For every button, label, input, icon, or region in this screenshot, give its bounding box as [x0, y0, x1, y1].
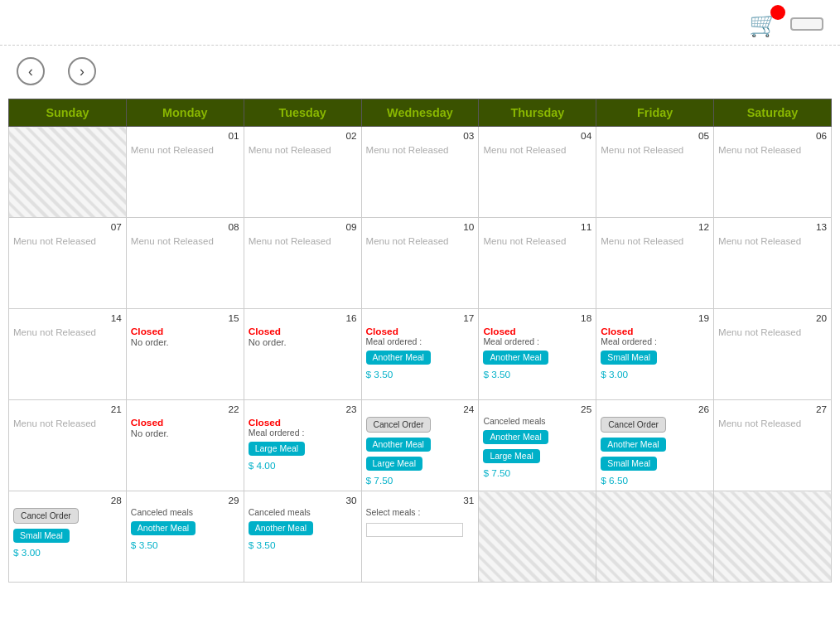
closed-label: Closed [131, 417, 239, 428]
meal-button[interactable]: Large Meal [483, 449, 539, 463]
price-label: $ 3.50 [366, 369, 475, 380]
day-of-week-header: Friday [596, 99, 714, 127]
calendar-row: 28Cancel OrderSmall Meal$ 3.0029Canceled… [9, 491, 832, 583]
day-of-week-header: Saturday [714, 99, 832, 127]
menu-not-released-label: Menu not Released [13, 236, 96, 246]
calendar-cell: 05Menu not Released [596, 127, 714, 218]
calendar-cell: 31Select meals : [361, 491, 479, 583]
closed-label: Closed [366, 326, 475, 337]
calendar-row: 07Menu not Released08Menu not Released09… [9, 218, 832, 309]
day-of-week-header: Wednesday [361, 99, 479, 127]
menu-not-released-label: Menu not Released [13, 418, 96, 428]
day-of-week-header: Tuesday [244, 99, 361, 127]
meal-button-row: Another Meal [131, 520, 239, 537]
price-label: $ 3.50 [131, 539, 239, 551]
calendar-cell: 17ClosedMeal ordered :Another Meal$ 3.50 [361, 309, 479, 400]
calendar-cell: 23ClosedMeal ordered :Large Meal$ 4.00 [244, 400, 361, 491]
cell-content: ClosedMeal ordered :Another Meal$ 3.50 [366, 326, 475, 380]
calendar-cell: 24Cancel OrderAnother MealLarge Meal$ 7.… [361, 400, 479, 491]
price-label: $ 3.00 [13, 547, 122, 559]
calendar-cell: 16ClosedNo order. [244, 309, 361, 400]
cart-badge [770, 5, 785, 20]
day-of-week-header: Thursday [479, 99, 596, 127]
day-number: 22 [131, 404, 239, 415]
calendar-cell: 03Menu not Released [361, 127, 479, 218]
day-number: 15 [131, 312, 239, 324]
menu-not-released-label: Menu not Released [249, 236, 331, 246]
price-label: $ 7.50 [483, 467, 591, 479]
meal-button-row: Another MealLarge Meal [483, 428, 591, 465]
calendar-cell: 18ClosedMeal ordered :Another Meal$ 3.50 [479, 309, 596, 400]
calendar-cell [596, 491, 714, 583]
day-number: 07 [13, 221, 122, 233]
day-number: 09 [249, 221, 357, 233]
menu-not-released-label: Menu not Released [131, 236, 214, 246]
calendar-cell: 26Cancel OrderAnother MealSmall Meal$ 6.… [596, 400, 714, 491]
cell-content: Cancel OrderSmall Meal$ 3.00 [13, 508, 122, 559]
meal-button[interactable]: Small Meal [601, 457, 657, 471]
day-number: 26 [601, 404, 709, 415]
meal-button[interactable]: Another Meal [483, 351, 548, 365]
cell-content: ClosedMeal ordered :Another Meal$ 3.50 [483, 326, 591, 380]
close-button[interactable] [790, 17, 823, 31]
meal-button[interactable]: Another Meal [249, 521, 313, 535]
calendar-cell: 28Cancel OrderSmall Meal$ 3.00 [9, 491, 127, 583]
menu-not-released-label: Menu not Released [249, 145, 331, 155]
calendar-cell: 10Menu not Released [361, 218, 479, 309]
calendar: SundayMondayTuesdayWednesdayThursdayFrid… [8, 99, 832, 583]
cell-content: Menu not Released [131, 235, 239, 247]
meal-button[interactable]: Another Meal [601, 438, 665, 452]
prev-month-button[interactable]: ‹ [17, 57, 45, 85]
calendar-cell: 20Menu not Released [714, 309, 832, 400]
day-number: 18 [483, 312, 591, 324]
price-label: $ 7.50 [366, 475, 475, 486]
cell-content: Menu not Released [483, 235, 591, 247]
closed-label: Closed [601, 326, 709, 337]
cell-content: ClosedNo order. [249, 326, 357, 347]
meal-button[interactable]: Another Meal [366, 351, 431, 365]
calendar-cell: 15ClosedNo order. [126, 309, 244, 400]
day-number: 25 [483, 404, 591, 415]
menu-not-released-label: Menu not Released [366, 145, 449, 155]
cell-content: Menu not Released [249, 143, 357, 156]
cancel-order-button[interactable]: Cancel Order [366, 417, 432, 433]
day-number: 28 [13, 495, 122, 506]
header: 🛒 [0, 0, 840, 46]
price-label: $ 4.00 [249, 460, 357, 472]
calendar-cell: 14Menu not Released [9, 309, 127, 400]
meal-button[interactable]: Another Meal [483, 430, 548, 444]
day-number: 01 [131, 130, 239, 142]
meal-button[interactable]: Small Meal [601, 351, 657, 365]
calendar-row: 21Menu not Released22ClosedNo order.23Cl… [9, 400, 832, 491]
day-number: 02 [249, 130, 357, 142]
no-order-label: No order. [131, 428, 239, 438]
cell-content: Menu not Released [601, 235, 709, 247]
next-month-button[interactable]: › [68, 57, 96, 85]
meal-ordered-label: Meal ordered : [366, 337, 475, 346]
day-number: 14 [13, 312, 122, 324]
select-meals-input[interactable] [366, 523, 464, 537]
cart-wrapper[interactable]: 🛒 [749, 10, 779, 38]
closed-label: Closed [483, 326, 591, 337]
cell-content: Canceled mealsAnother Meal$ 3.50 [249, 508, 357, 551]
meal-button[interactable]: Large Meal [366, 457, 422, 471]
meal-button[interactable]: Another Meal [366, 438, 431, 452]
calendar-cell: 04Menu not Released [479, 127, 596, 218]
day-number: 05 [601, 130, 709, 142]
meal-button[interactable]: Large Meal [249, 442, 305, 456]
meal-button[interactable]: Another Meal [131, 521, 196, 535]
day-number: 06 [718, 130, 827, 142]
calendar-cell: 08Menu not Released [126, 218, 244, 309]
cancel-order-button[interactable]: Cancel Order [601, 417, 666, 433]
menu-not-released-label: Menu not Released [366, 236, 449, 246]
cell-content: Menu not Released [13, 326, 122, 338]
meal-button[interactable]: Small Meal [13, 529, 70, 543]
day-number: 16 [249, 312, 357, 324]
calendar-cell: 12Menu not Released [596, 218, 714, 309]
canceled-meals-label: Canceled meals [131, 508, 239, 517]
day-number: 24 [366, 404, 475, 415]
day-number: 31 [366, 495, 475, 506]
no-order-label: No order. [249, 337, 357, 347]
cancel-order-button[interactable]: Cancel Order [13, 508, 79, 524]
price-label: $ 3.00 [601, 369, 709, 380]
